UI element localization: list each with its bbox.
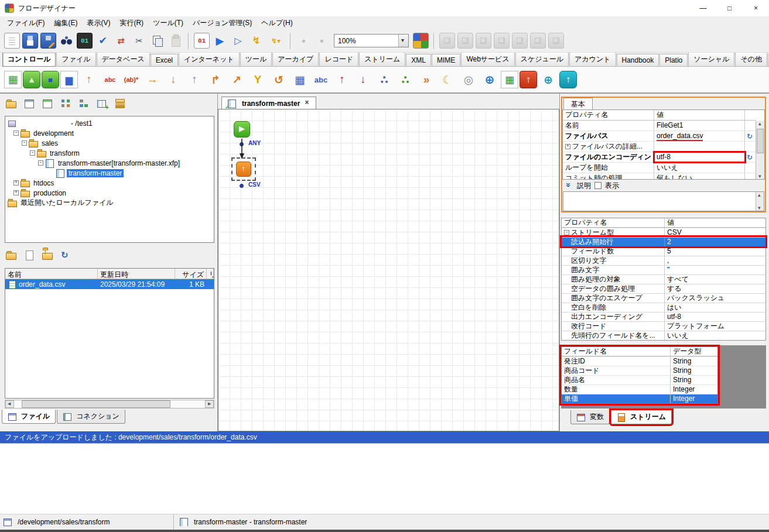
- compare-arrows-icon[interactable]: ⇄: [113, 33, 129, 49]
- value-column-header[interactable]: 値: [665, 218, 765, 227]
- palette-tab[interactable]: データベース: [97, 53, 150, 67]
- forward-arrow-icon[interactable]: →: [142, 69, 162, 90]
- field-row[interactable]: 商品名 String: [562, 375, 717, 385]
- merge-y-icon[interactable]: Y: [248, 69, 268, 90]
- close-tab-icon[interactable]: [303, 100, 310, 107]
- string-abc-icon[interactable]: abc: [100, 69, 120, 90]
- save-icon[interactable]: [22, 33, 38, 49]
- tree-node[interactable]: - transform-master[transform-master.xfp]: [5, 158, 214, 168]
- new-file-icon[interactable]: [22, 248, 36, 262]
- abc-letters-icon[interactable]: abc: [311, 69, 331, 90]
- palette-tab[interactable]: Webサービス: [461, 53, 514, 67]
- property-row[interactable]: + ファイルパスの詳細...: [563, 142, 756, 152]
- palette-tab[interactable]: ツール: [240, 53, 272, 67]
- layout-grid-icon[interactable]: [413, 33, 429, 49]
- start-icon[interactable]: ▲: [23, 71, 40, 88]
- flow-canvas[interactable]: ANY CSV: [218, 109, 559, 431]
- search-binoculars-icon[interactable]: [59, 33, 74, 49]
- tree-view-icon[interactable]: [59, 97, 73, 111]
- palette-tab[interactable]: スケジュール: [515, 53, 569, 67]
- reload-icon[interactable]: [746, 132, 754, 140]
- tree-node[interactable]: 最近開いたローカルファイル: [5, 198, 214, 208]
- subflow-add-icon[interactable]: ∴: [395, 69, 415, 90]
- refresh-icon[interactable]: [59, 248, 73, 262]
- regex-icon[interactable]: (ab)*: [121, 69, 141, 90]
- property-row[interactable]: 空白を削除 はい: [562, 303, 765, 312]
- open-folder-icon[interactable]: [4, 248, 18, 262]
- file-column-header[interactable]: 名前: [5, 269, 98, 279]
- jump-arrow-icon[interactable]: ↱: [206, 69, 225, 90]
- palette-tab[interactable]: アカウント: [569, 53, 616, 67]
- property-row[interactable]: 出力エンコーディング utf-8: [562, 312, 765, 321]
- tree-expander-icon[interactable]: -: [13, 131, 19, 136]
- collapse-chevron-icon[interactable]: [565, 181, 573, 190]
- fileget-node[interactable]: [231, 157, 256, 181]
- tree-expander-icon[interactable]: -: [22, 140, 27, 146]
- property-row[interactable]: 読込み開始行 2: [562, 237, 765, 246]
- palette-tab[interactable]: Handbook: [617, 54, 659, 67]
- field-name-column-header[interactable]: フィールド名: [562, 347, 671, 356]
- menu-item[interactable]: ツール(T): [148, 16, 188, 30]
- property-row[interactable]: - ストリーム型 CSV: [562, 228, 765, 237]
- file-column-header[interactable]: 更新日時: [98, 269, 175, 279]
- start-node[interactable]: [234, 121, 250, 138]
- description-textarea[interactable]: [563, 191, 764, 211]
- property-row[interactable]: 名前 FileGet1: [563, 121, 756, 131]
- menu-item[interactable]: 表示(V): [82, 16, 115, 30]
- zoom-combobox[interactable]: 100%: [334, 34, 409, 47]
- menu-item[interactable]: ヘルプ(H): [257, 16, 298, 30]
- tree-node[interactable]: + production: [5, 188, 214, 198]
- parallel-arrows-icon[interactable]: »: [416, 69, 436, 90]
- inspector-tab[interactable]: 変数: [570, 410, 610, 424]
- property-row[interactable]: 空データの囲み処理 する: [562, 284, 765, 293]
- reload-icon[interactable]: [746, 153, 754, 162]
- property-row[interactable]: コミット時の処理 何もしない: [563, 173, 756, 180]
- show-description-checkbox[interactable]: [594, 182, 601, 189]
- tree-node[interactable]: + htdocs: [5, 178, 214, 188]
- tree-expander-icon[interactable]: +: [13, 190, 19, 195]
- project-view-icon[interactable]: [22, 97, 36, 111]
- palette-tab[interactable]: ストリーム: [359, 53, 405, 67]
- new-document-icon[interactable]: [4, 33, 20, 49]
- inspector-tab[interactable]: ストリーム: [611, 410, 672, 424]
- tree-node[interactable]: transform-master: [5, 168, 214, 178]
- palette-tab[interactable]: レコード: [319, 53, 358, 67]
- menu-item[interactable]: ファイル(F): [2, 16, 49, 30]
- field-row[interactable]: 数量 Integer: [562, 385, 717, 394]
- zoom-caret-icon[interactable]: [398, 35, 408, 47]
- subflow-icon[interactable]: ∴: [374, 69, 394, 90]
- upload-folder-icon[interactable]: [40, 248, 54, 262]
- basic-tab[interactable]: 基本: [563, 98, 593, 111]
- close-button[interactable]: ×: [743, 0, 769, 16]
- palette-tab[interactable]: ファイル: [56, 53, 95, 67]
- property-row[interactable]: 区切り文字 ,: [562, 256, 765, 265]
- globe-icon[interactable]: ⊕: [480, 69, 500, 90]
- branch-arrow-icon[interactable]: ↗: [227, 69, 247, 90]
- aggregate-icon[interactable]: ▆: [60, 71, 78, 88]
- property-row[interactable]: フィールド数 5: [562, 246, 765, 256]
- palette-tab[interactable]: インターネット: [179, 53, 240, 67]
- field-row[interactable]: 発注ID String: [562, 356, 717, 366]
- data-type-column-header[interactable]: データ型: [671, 347, 717, 356]
- field-row[interactable]: 単価 Integer: [562, 394, 717, 403]
- file-put-icon[interactable]: ↑: [519, 71, 537, 88]
- run-icon[interactable]: ▶: [212, 33, 228, 49]
- tree-node[interactable]: - sales: [5, 138, 214, 148]
- cut-icon[interactable]: ✂: [131, 33, 147, 49]
- property-row[interactable]: 囲み文字のエスケープ バックスラッシュ: [562, 293, 765, 303]
- quick-run-menu-icon[interactable]: ↯▾: [266, 33, 285, 49]
- file-column-header[interactable]: サイズ: [175, 269, 207, 279]
- loop-break-icon[interactable]: ↺: [269, 69, 289, 90]
- file-column-header[interactable]: リ: [207, 269, 214, 279]
- field-row[interactable]: 商品コード String: [562, 366, 717, 375]
- log-area[interactable]: [0, 443, 769, 514]
- sort-up-icon[interactable]: ↑: [332, 69, 352, 90]
- flow-view-icon[interactable]: [40, 97, 54, 111]
- property-expander-icon[interactable]: -: [564, 230, 569, 235]
- tree-node[interactable]: - transform: [5, 148, 214, 158]
- menu-item[interactable]: 実行(R): [115, 16, 148, 30]
- tree-node[interactable]: - development: [5, 128, 214, 138]
- explorer-tab[interactable]: コネクション: [57, 410, 125, 424]
- horizontal-scrollbar[interactable]: [5, 400, 214, 409]
- property-row[interactable]: ループを開始 いいえ: [563, 163, 756, 173]
